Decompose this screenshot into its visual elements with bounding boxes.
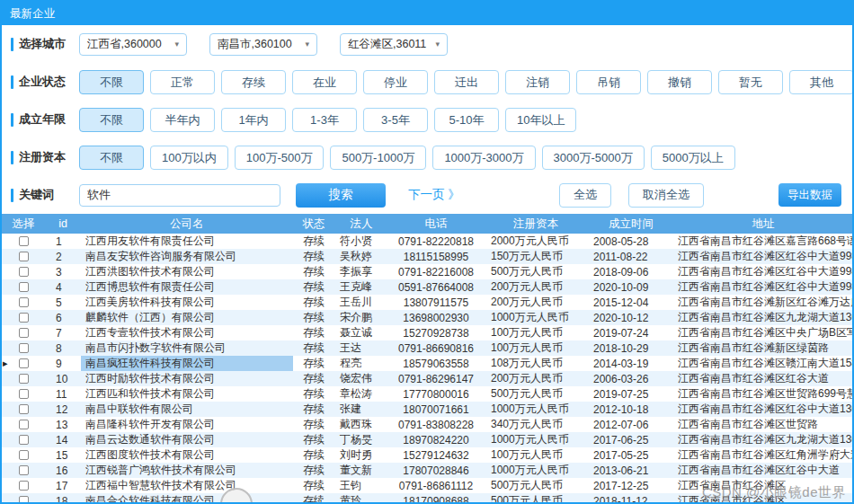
row-checkbox[interactable] bbox=[19, 313, 29, 323]
capital-option-button[interactable]: 3000万-5000万 bbox=[542, 146, 645, 170]
current-row-pointer-icon: ▸ bbox=[3, 356, 8, 371]
header-status: 状态 bbox=[293, 217, 334, 232]
row-select-cell bbox=[2, 450, 45, 460]
row-checkbox[interactable] bbox=[19, 252, 29, 261]
status-option-button[interactable]: 吊销 bbox=[576, 70, 641, 94]
table-row[interactable]: 12 南昌中联软件有限公司 存续 张建 18070071661 1000万元人民… bbox=[2, 402, 852, 417]
title-bar[interactable]: 最新企业 bbox=[2, 2, 852, 25]
row-checkbox[interactable] bbox=[19, 328, 29, 338]
years-option-button[interactable]: 5-10年 bbox=[434, 108, 499, 132]
row-checkbox[interactable] bbox=[19, 435, 29, 445]
row-checkbox[interactable] bbox=[19, 404, 29, 414]
row-legal-person: 王克峰 bbox=[334, 279, 388, 295]
status-option-button[interactable]: 撤销 bbox=[647, 70, 712, 94]
row-status: 存续 bbox=[293, 325, 334, 340]
city-select[interactable]: 江西省,360000 ▾ bbox=[79, 33, 187, 56]
table-row[interactable]: 9 南昌疯狂软件科技有限公司 存续 程亮 18579063558 108万元人民… bbox=[2, 356, 852, 371]
table-row[interactable]: 6 麒麟软件（江西）有限公司 存续 宋介鹏 13698002930 1000万元… bbox=[2, 310, 852, 325]
row-checkbox[interactable] bbox=[19, 389, 29, 399]
status-options: 不限 正常 存续 在业 停业 迁出 注销 吊销 撤销 暂无 其他 bbox=[79, 70, 843, 94]
capital-option-button[interactable]: 5000万以上 bbox=[651, 146, 735, 170]
table-row[interactable]: 2 南昌友安软件咨询服务有限公司 存续 吴秋婷 18115158995 150万… bbox=[2, 249, 852, 264]
row-checkbox[interactable] bbox=[19, 374, 29, 384]
row-checkbox[interactable] bbox=[19, 450, 29, 460]
chevron-down-icon: ▾ bbox=[174, 40, 179, 49]
row-checkbox[interactable] bbox=[19, 282, 29, 292]
table-row[interactable]: 5 江西美房软件科技有限公司 存续 王岳川 13807911575 200万元人… bbox=[2, 295, 852, 310]
row-checkbox[interactable] bbox=[19, 481, 29, 491]
row-capital: 100万元人民币 bbox=[484, 340, 588, 356]
search-button[interactable]: 搜索 bbox=[296, 183, 386, 208]
row-phone: 18970824220 bbox=[388, 434, 484, 447]
status-option-button[interactable]: 其他 bbox=[789, 70, 854, 94]
years-option-button[interactable]: 3-5年 bbox=[363, 108, 428, 132]
table-row[interactable]: 11 江西匹和软件技术有限公司 存续 章松涛 17770800016 500万元… bbox=[2, 386, 852, 402]
row-status: 存续 bbox=[293, 249, 334, 264]
row-founded-date: 2014-03-19 bbox=[588, 358, 674, 370]
capital-options: 不限 100万以内 100万-500万 500万-1000万 1000万-300… bbox=[79, 146, 843, 170]
table-row[interactable]: 3 江西洪图软件技术有限公司 存续 李振享 0791-82216008 500万… bbox=[2, 264, 852, 279]
city-select[interactable]: 南昌市,360100 ▾ bbox=[209, 33, 317, 56]
row-checkbox[interactable] bbox=[19, 420, 29, 429]
table-row[interactable]: 7 江西专壹软件技术有限公司 存续 聂立诚 15270928738 100万元人… bbox=[2, 325, 852, 340]
status-option-button[interactable]: 迁出 bbox=[434, 70, 499, 94]
row-checkbox[interactable] bbox=[19, 343, 29, 353]
table-row[interactable]: 15 江西图度软件技术有限公司 存续 刘时勇 15279124632 100万元… bbox=[2, 447, 852, 463]
table-row[interactable]: 13 南昌隆科软件开发有限公司 存续 戴西珠 0791-83808228 340… bbox=[2, 417, 852, 432]
status-option-button[interactable]: 正常 bbox=[150, 70, 215, 94]
capital-option-button[interactable]: 100万-500万 bbox=[235, 146, 325, 170]
row-legal-person: 吴秋婷 bbox=[334, 249, 388, 264]
label-accent-bar bbox=[11, 151, 13, 164]
deselect-all-button[interactable]: 取消全选 bbox=[628, 183, 704, 208]
row-legal-person: 董文新 bbox=[334, 463, 388, 478]
status-option-button[interactable]: 存续 bbox=[221, 70, 286, 94]
table-row[interactable]: 1 江西用友软件有限责任公司 存续 符小贤 0791-82220818 2000… bbox=[2, 234, 852, 249]
city-select-value: 红谷滩区,36011 bbox=[348, 37, 426, 52]
row-checkbox[interactable] bbox=[19, 358, 29, 368]
table-row[interactable]: 10 江西时励软件技术有限公司 存续 饶宏伟 0791-86296147 200… bbox=[2, 371, 852, 386]
years-option-button[interactable]: 10年以上 bbox=[505, 108, 576, 132]
years-option-button[interactable]: 半年内 bbox=[150, 108, 215, 132]
row-legal-person: 张建 bbox=[334, 402, 388, 417]
header-select: 选择 bbox=[2, 217, 45, 232]
row-status: 存续 bbox=[293, 417, 334, 432]
next-page-link[interactable]: 下一页 》 bbox=[408, 187, 460, 203]
capital-option-button[interactable]: 1000万-3000万 bbox=[432, 146, 535, 170]
row-id: 7 bbox=[45, 327, 81, 340]
row-checkbox[interactable] bbox=[19, 236, 29, 246]
status-option-button[interactable]: 注销 bbox=[505, 70, 570, 94]
row-checkbox[interactable] bbox=[19, 496, 29, 504]
row-company-name: 麒麟软件（江西）有限公司 bbox=[81, 310, 293, 325]
app-window: 最新企业 选择城市 江西省,360000 ▾ 南昌市,360100 ▾ 红谷滩区… bbox=[0, 0, 854, 504]
row-id: 3 bbox=[45, 266, 81, 279]
export-data-button[interactable]: 导出数据 bbox=[778, 183, 841, 207]
row-id: 10 bbox=[45, 373, 81, 385]
row-address: 江西省南昌市红谷滩区九龙湖大道1368号 bbox=[674, 310, 852, 325]
keyword-input[interactable] bbox=[79, 184, 280, 207]
city-select[interactable]: 红谷滩区,36011 ▾ bbox=[340, 33, 448, 56]
status-option-button[interactable]: 停业 bbox=[363, 70, 428, 94]
row-phone: 0791-82216008 bbox=[388, 266, 484, 279]
capital-option-button[interactable]: 500万-1000万 bbox=[330, 146, 426, 170]
row-id: 1 bbox=[45, 235, 81, 248]
status-option-button[interactable]: 在业 bbox=[292, 70, 357, 94]
row-id: 6 bbox=[45, 312, 81, 324]
table-row[interactable]: 16 江西锐普广鸿软件技术有限公司 存续 董文新 17807028846 100… bbox=[2, 463, 852, 478]
table-row[interactable]: 8 南昌市闪扑数字软件有限公司 存续 王达 0791-86690816 100万… bbox=[2, 340, 852, 356]
row-legal-person: 刘时勇 bbox=[334, 447, 388, 463]
capital-filter-label: 注册资本 bbox=[11, 149, 79, 165]
table-row[interactable]: 14 南昌云达数通软件有限公司 存续 丁杨旻 18970824220 1000万… bbox=[2, 432, 852, 447]
years-option-button[interactable]: 1年内 bbox=[221, 108, 286, 132]
row-checkbox[interactable] bbox=[19, 297, 29, 307]
row-checkbox[interactable] bbox=[19, 267, 29, 277]
row-checkbox[interactable] bbox=[19, 465, 29, 475]
select-all-button[interactable]: 全选 bbox=[559, 183, 611, 208]
years-option-button[interactable]: 不限 bbox=[79, 108, 144, 132]
capital-option-button[interactable]: 不限 bbox=[79, 146, 144, 170]
capital-option-button[interactable]: 100万以内 bbox=[150, 146, 228, 170]
table-row[interactable]: 4 江西博思软件有限责任公司 存续 王克峰 0591-87664008 200万… bbox=[2, 279, 852, 295]
status-option-button[interactable]: 不限 bbox=[79, 70, 144, 94]
status-option-button[interactable]: 暂无 bbox=[718, 70, 783, 94]
years-option-button[interactable]: 1-3年 bbox=[292, 108, 357, 132]
row-status: 存续 bbox=[293, 402, 334, 417]
